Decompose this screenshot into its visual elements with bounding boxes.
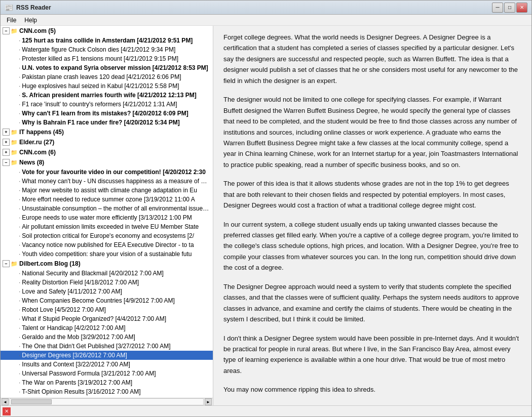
article-item[interactable]: ·The One that Didn't Get Published [3/27… (1, 342, 213, 351)
bullet-icon: · (19, 168, 20, 176)
feed-icon: 📁 (11, 158, 18, 166)
article-paragraph: I don't think a Designer Degree system w… (223, 333, 521, 377)
article-item[interactable]: ·125 hurt as trains collide in Amsterdam… (1, 36, 213, 45)
feed-category-cnn2[interactable]: +📁CNN.com (6) (1, 147, 213, 157)
bullet-icon: · (19, 315, 20, 323)
feed-category-elder[interactable]: +📁Elder.ru (27) (1, 137, 213, 147)
article-title: Robot Love [4/5/2012 7:00 AM] (22, 306, 105, 314)
article-title: Pakistan plane crash leaves 120 dead [4/… (22, 73, 181, 81)
article-item[interactable]: ·F1 race 'insult' to country's reformers… (1, 100, 213, 109)
bullet-icon: · (19, 241, 20, 249)
horizontal-scrollbar[interactable]: ◄ ► (1, 398, 213, 405)
article-item[interactable]: ·Europe needs to use water more efficien… (1, 213, 213, 222)
article-item[interactable]: ·Why can't F1 learn from its mistakes? [… (1, 109, 213, 118)
article-item[interactable]: ·Major new website to assist with climat… (1, 186, 213, 195)
article-item[interactable]: ·U.N. votes to expand Syria observer mis… (1, 63, 213, 72)
scroll-right-button[interactable]: ► (205, 398, 212, 405)
feed-category-cnn1[interactable]: −📁CNN.com (5) (1, 26, 213, 36)
article-item[interactable]: ·The War on Parents [3/19/2012 7:00 AM] (1, 378, 213, 387)
close-button[interactable]: ✕ (516, 3, 527, 13)
article-item[interactable]: ·Air pollutant emission limits exceeded … (1, 222, 213, 231)
article-title: National Security and Blackmail [4/20/20… (22, 269, 164, 277)
feed-icon: 📁 (11, 148, 18, 156)
article-item[interactable]: ·Huge explosives haul seized in Kabul [4… (1, 81, 213, 91)
article-title: The One that Didn't Get Published [3/27/… (22, 342, 170, 350)
main-window: 📰 RSS Reader ─ □ ✕ File Help −📁CNN.com (… (0, 0, 532, 417)
feed-name: IT happens (45) (19, 128, 64, 136)
scroll-left-button[interactable]: ◄ (2, 398, 9, 405)
article-item[interactable]: ·S. African president marries fourth wif… (1, 91, 213, 100)
article-item[interactable]: ·Insults and Context [3/22/2012 7:00 AM] (1, 360, 213, 369)
toggle-icon[interactable]: + (3, 149, 10, 156)
status-icon: ✕ (3, 407, 11, 415)
feed-category-dilbert[interactable]: −📁Dilbert.com Blog (18) (1, 259, 213, 269)
article-title: Protester killed as F1 tensions mount [4… (22, 55, 178, 63)
article-item[interactable]: ·Soil protection critical for Europe's e… (1, 231, 213, 240)
window-title: RSS Reader (16, 4, 492, 11)
article-title: Reality Distortion Field [4/18/2012 7:00… (22, 278, 139, 286)
article-title: The War on Parents [3/19/2012 7:00 AM] (22, 379, 132, 387)
article-title: Why is Bahrain F1 race under fire? [4/20… (22, 118, 179, 127)
scroll-thumb[interactable] (11, 399, 52, 404)
article-paragraph: You may now commence ripping this idea t… (223, 384, 521, 395)
article-item[interactable]: ·Reality Distortion Field [4/18/2012 7:0… (1, 278, 213, 287)
bullet-icon: · (19, 82, 20, 90)
toggle-icon[interactable]: + (3, 129, 10, 136)
window-controls: ─ □ ✕ (492, 3, 527, 13)
article-item[interactable]: ·When Companies Become Countries [4/9/20… (1, 296, 213, 305)
bullet-icon: · (19, 223, 20, 231)
article-item[interactable]: ·Vote for your favourite video in our co… (1, 168, 213, 177)
article-paragraph: Forget college degrees. What the world n… (223, 32, 521, 86)
menu-help[interactable]: Help (20, 16, 41, 25)
article-content: Forget college degrees. What the world n… (213, 26, 531, 405)
article-item[interactable]: ·National Security and Blackmail [4/20/2… (1, 269, 213, 278)
article-item[interactable]: ·Universal Password Formula [3/21/2012 7… (1, 369, 213, 378)
minimize-button[interactable]: ─ (492, 3, 503, 13)
feed-name: CNN.com (6) (19, 148, 56, 156)
toggle-icon[interactable]: + (3, 139, 10, 146)
menu-file[interactable]: File (3, 16, 20, 25)
article-item[interactable]: ·What money can't buy - UN discusses hap… (1, 177, 213, 186)
bullet-icon: · (19, 324, 20, 332)
article-item[interactable]: ·Love and Safety [4/11/2012 7:00 AM] (1, 287, 213, 296)
article-title: F1 race 'insult' to country's reformers … (22, 100, 177, 108)
article-title: When Companies Become Countries [4/9/201… (22, 297, 175, 305)
article-item[interactable]: ·Unsustainable consumption – the mother … (1, 204, 213, 213)
article-title: Insults and Context [3/22/2012 7:00 AM] (22, 360, 130, 368)
article-item[interactable]: ·Watergate figure Chuck Colson dies [4/2… (1, 45, 213, 54)
article-item[interactable]: ·Vacancy notice now published for EEA Ex… (1, 240, 213, 249)
bullet-icon: · (19, 250, 20, 258)
article-item[interactable]: ·Protester killed as F1 tensions mount [… (1, 54, 213, 63)
toggle-icon[interactable]: − (3, 159, 10, 166)
article-paragraph: In our current system, a college student… (223, 219, 521, 273)
article-item[interactable]: ·Designer Degrees [3/26/2012 7:00 AM] (1, 351, 213, 360)
article-item[interactable]: ·Robot Love [4/5/2012 7:00 AM] (1, 305, 213, 314)
article-item[interactable]: ·Youth video competition: share your vis… (1, 249, 213, 259)
article-title: Why can't F1 learn from its mistakes? [4… (22, 109, 188, 117)
bullet-icon: · (19, 388, 20, 396)
toggle-icon[interactable]: − (3, 260, 10, 267)
status-bar: ✕ (1, 405, 531, 416)
article-title: Talent or Handicap [4/2/2012 7:00 AM] (22, 324, 125, 332)
article-item[interactable]: ·Why is Bahrain F1 race under fire? [4/2… (1, 118, 213, 127)
toggle-icon[interactable]: − (3, 27, 10, 34)
article-item[interactable]: ·Talent or Handicap [4/2/2012 7:00 AM] (1, 323, 213, 332)
bullet-icon: · (19, 177, 20, 185)
article-title: 125 hurt as trains collide in Amsterdam … (22, 36, 193, 45)
article-item[interactable]: ·Pakistan plane crash leaves 120 dead [4… (1, 72, 213, 81)
feed-category-news[interactable]: −📁News (8) (1, 157, 213, 168)
article-item[interactable]: ·Geraldo and the Mob [3/29/2012 7:00 AM] (1, 332, 213, 342)
maximize-button[interactable]: □ (504, 3, 515, 13)
article-title: Europe needs to use water more efficient… (22, 214, 192, 222)
feed-category-it[interactable]: +📁IT happens (45) (1, 127, 213, 137)
article-item[interactable]: ·More effort needed to reduce summer ozo… (1, 195, 213, 204)
article-title: What if Stupid People Organized? [4/4/20… (22, 315, 166, 323)
article-title: Youth video competition: share your visi… (22, 250, 192, 258)
bullet-icon: · (19, 360, 20, 368)
bullet-icon: · (19, 186, 20, 194)
article-item[interactable]: ·T-Shirt Opinion Results [3/16/2012 7:00… (1, 387, 213, 396)
scroll-track[interactable] (10, 398, 204, 405)
bullet-icon: · (19, 342, 20, 350)
bullet-icon: · (19, 64, 20, 72)
article-item[interactable]: ·What if Stupid People Organized? [4/4/2… (1, 314, 213, 323)
